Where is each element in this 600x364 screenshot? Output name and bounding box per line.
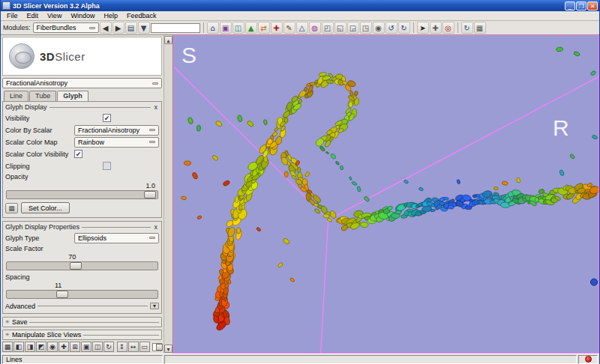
slicer-logo-text: 3DSlicer bbox=[40, 50, 86, 63]
module-selector[interactable]: FiberBundles bbox=[33, 22, 99, 33]
measurements-module-icon[interactable]: △ bbox=[296, 22, 308, 34]
slice-view-button-7-icon[interactable]: ▣ bbox=[81, 342, 92, 352]
glyph-properties-frame: Glyph Display Properties x Glyph Type El… bbox=[2, 221, 162, 314]
color-by-scalar-dropdown[interactable]: FractionalAnisotropy bbox=[74, 125, 159, 136]
opacity-slider-handle[interactable] bbox=[144, 191, 156, 198]
slice-view-button-1-icon[interactable]: ◧ bbox=[14, 342, 24, 352]
slice-view-button-0-icon[interactable]: ▦ bbox=[2, 342, 13, 352]
menu-window[interactable]: Window bbox=[66, 12, 99, 19]
toolbar-separator bbox=[203, 22, 204, 33]
slice-view-button-3-icon[interactable]: ◩ bbox=[36, 342, 46, 352]
slice-link-button-2-icon[interactable]: ▭ bbox=[140, 342, 150, 352]
slice-fade-slider[interactable] bbox=[152, 343, 162, 351]
view-axis-widget-icon[interactable] bbox=[591, 279, 598, 285]
fiducials-module-icon[interactable]: ✚ bbox=[271, 22, 283, 34]
layout-fourup-icon[interactable]: ◱ bbox=[334, 22, 346, 34]
fiber-bundle-node-value: FractionalAnisotropy bbox=[6, 79, 68, 87]
view3d-viewport[interactable]: S R bbox=[173, 35, 599, 354]
tab-line[interactable]: Line bbox=[4, 91, 28, 101]
glyph-display-close-button[interactable]: x bbox=[153, 103, 160, 111]
glyph-type-dropdown[interactable]: Ellipsoids bbox=[74, 233, 159, 243]
error-indicator-icon[interactable] bbox=[585, 356, 592, 363]
module-back-icon[interactable]: ◀ bbox=[100, 22, 112, 34]
glyph-display-frame: Glyph Display x Visibility ✔ Color By Sc… bbox=[2, 101, 162, 218]
menu-help[interactable]: Help bbox=[99, 12, 122, 19]
dropdown-indicator-icon bbox=[149, 141, 155, 143]
layout-conventional-icon[interactable]: ◰ bbox=[322, 22, 334, 34]
save-section-header[interactable]: ✳ Save bbox=[2, 317, 162, 327]
slice-view-button-5-icon[interactable]: ✚ bbox=[58, 342, 69, 352]
volumes-module-icon[interactable]: ◫ bbox=[232, 22, 244, 34]
dropdown-indicator-icon bbox=[89, 27, 95, 29]
dti-glyph-field bbox=[181, 46, 598, 332]
menu-file[interactable]: File bbox=[2, 12, 22, 19]
layout-slices-icon[interactable]: ◳ bbox=[360, 22, 372, 34]
spacing-slider[interactable] bbox=[6, 290, 158, 299]
scale-factor-slider-handle[interactable] bbox=[70, 262, 82, 270]
slice-view-button-6-icon[interactable]: ⊞ bbox=[70, 342, 80, 352]
advanced-expand-icon[interactable]: ▼ bbox=[150, 303, 159, 309]
refresh-view-icon[interactable]: ↻ bbox=[461, 22, 473, 34]
module-list-icon[interactable]: ▼ bbox=[138, 22, 150, 34]
home-module-icon[interactable]: ⌂ bbox=[207, 22, 219, 34]
advanced-section[interactable]: Advanced ▼ bbox=[5, 301, 159, 311]
redo-icon[interactable]: ↻ bbox=[398, 22, 410, 34]
orientation-label-superior: S bbox=[182, 43, 196, 67]
screenshot-icon[interactable]: ◉ bbox=[373, 22, 385, 34]
status-progress-area bbox=[164, 355, 577, 364]
mouse-pick-icon[interactable]: ✚ bbox=[430, 22, 442, 34]
tab-tube[interactable]: Tube bbox=[29, 91, 56, 101]
mouse-place-icon[interactable]: ◎ bbox=[442, 22, 454, 34]
close-button[interactable]: ✕ bbox=[587, 1, 598, 10]
layout-3d-only-icon[interactable]: ◲ bbox=[347, 22, 359, 34]
scalar-color-visibility-checkbox[interactable]: ✔ bbox=[74, 150, 82, 158]
panel-scrollbar[interactable]: ▲ ▼ bbox=[164, 35, 173, 354]
toolbar-module-group: ⌂▣◫▲⇄✚✎△◍◰◱◲◳◉↺↻ bbox=[207, 22, 410, 34]
slice-view-button-8-icon[interactable]: ◫ bbox=[92, 342, 103, 352]
menu-edit[interactable]: Edit bbox=[22, 12, 44, 19]
module-forward-icon[interactable]: ▶ bbox=[112, 22, 124, 34]
undo-icon[interactable]: ↺ bbox=[386, 22, 398, 34]
tab-glyph[interactable]: Glyph bbox=[57, 91, 88, 101]
scroll-down-icon[interactable]: ▼ bbox=[164, 345, 172, 353]
menu-view[interactable]: View bbox=[43, 12, 66, 19]
scalar-color-map-dropdown[interactable]: Rainbow bbox=[74, 137, 159, 148]
opacity-slider[interactable] bbox=[6, 190, 158, 199]
scroll-up-icon[interactable]: ▲ bbox=[164, 36, 172, 44]
slice-view-button-2-icon[interactable]: ◨ bbox=[25, 342, 35, 352]
slice-fade-handle[interactable] bbox=[156, 344, 163, 351]
slice-link-button-0-icon[interactable]: ↕ bbox=[117, 342, 128, 352]
app-window: 3D Slicer Version 3.2 Alpha _ ❐ ✕ FileEd… bbox=[0, 0, 600, 364]
glyph-properties-close-button[interactable]: x bbox=[153, 223, 160, 231]
window-level-icon[interactable]: ▦ bbox=[474, 22, 486, 34]
menu-feedback[interactable]: Feedback bbox=[122, 12, 161, 19]
maximize-button[interactable]: ❐ bbox=[576, 1, 586, 10]
module-selector-value: FiberBundles bbox=[37, 24, 76, 31]
divider bbox=[50, 107, 151, 108]
app-icon bbox=[2, 1, 10, 10]
editor-module-icon[interactable]: ✎ bbox=[284, 22, 296, 34]
slice-views-section-header[interactable]: ✳ Manipulate Slice Views bbox=[2, 330, 162, 340]
minimize-button[interactable]: _ bbox=[565, 1, 575, 10]
visibility-checkbox[interactable]: ✔ bbox=[103, 114, 111, 122]
mouse-transform-icon[interactable]: ➤ bbox=[417, 22, 429, 34]
colors-module-icon[interactable]: ◍ bbox=[309, 22, 321, 34]
slice-view-button-9-icon[interactable]: ↻ bbox=[104, 342, 114, 352]
scale-factor-slider[interactable] bbox=[6, 261, 158, 270]
divider bbox=[83, 335, 159, 336]
slice-view-button-4-icon[interactable]: ◉ bbox=[47, 342, 58, 352]
title-bar[interactable]: 3D Slicer Version 3.2 Alpha _ ❐ ✕ bbox=[1, 0, 599, 11]
module-search-input[interactable] bbox=[151, 23, 200, 33]
transforms-module-icon[interactable]: ⇄ bbox=[258, 22, 270, 34]
advanced-label: Advanced bbox=[5, 303, 35, 310]
set-color-button[interactable]: Set Color... bbox=[21, 202, 70, 213]
data-module-icon[interactable]: ▣ bbox=[220, 22, 232, 34]
fiber-bundle-node-selector[interactable]: FractionalAnisotropy bbox=[2, 78, 162, 88]
spacing-slider-handle[interactable] bbox=[56, 291, 68, 298]
models-module-icon[interactable]: ▲ bbox=[245, 22, 257, 34]
module-history-icon[interactable]: ▤ bbox=[125, 22, 137, 34]
color-swatch-button[interactable]: ▦ bbox=[5, 203, 18, 213]
slice-link-button-1-icon[interactable]: ↔ bbox=[128, 342, 139, 352]
clipping-checkbox[interactable] bbox=[103, 162, 111, 170]
scale-factor-scale: 70 bbox=[6, 253, 158, 271]
